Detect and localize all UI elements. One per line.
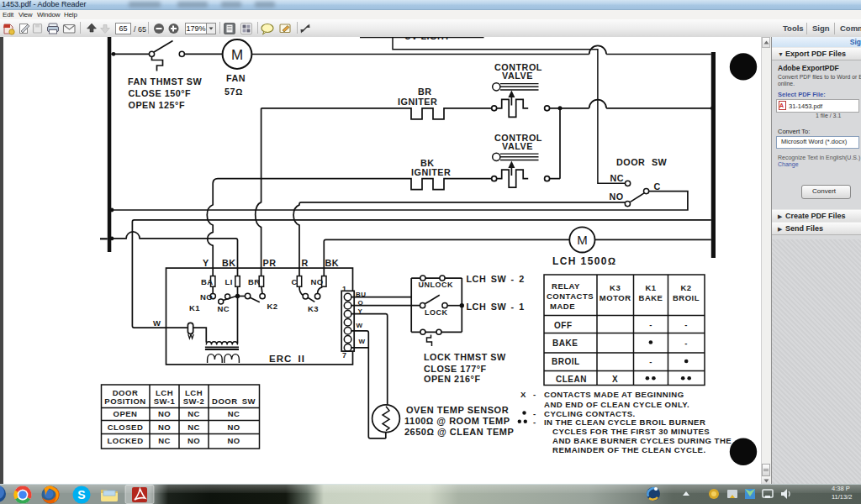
svg-text:LCH SW - 1: LCH SW - 1	[467, 302, 525, 312]
svg-text:NC: NC	[188, 409, 200, 418]
svg-text:SW-2: SW-2	[183, 396, 205, 406]
svg-text:X: X	[612, 375, 618, 384]
svg-text:UNLOCK: UNLOCK	[419, 281, 454, 289]
svg-text:DOOR SW: DOOR SW	[212, 396, 256, 406]
svg-text:BR: BR	[418, 87, 432, 97]
svg-text:NO: NO	[200, 292, 213, 302]
svg-text:-: -	[684, 320, 688, 329]
svg-text:Y: Y	[358, 307, 363, 315]
svg-text:DOOR SW: DOOR SW	[616, 157, 668, 167]
svg-text:NC: NC	[218, 304, 230, 313]
svg-text:S: S	[77, 488, 85, 501]
svg-text:C: C	[292, 277, 298, 286]
svg-text:BAKE: BAKE	[552, 339, 578, 348]
svg-text:1: 1	[342, 285, 347, 293]
svg-text:UV LIGHT: UV LIGHT	[404, 37, 450, 41]
svg-text:O: O	[358, 299, 364, 307]
svg-text:M: M	[577, 233, 588, 247]
svg-text:LCH: LCH	[156, 388, 173, 397]
svg-text:FAN: FAN	[226, 73, 246, 83]
svg-text:NC: NC	[610, 173, 625, 183]
svg-text:OVEN TEMP SENSOR: OVEN TEMP SENSOR	[406, 405, 509, 415]
svg-text:BAKE: BAKE	[639, 293, 663, 302]
svg-text:POSITION: POSITION	[104, 396, 145, 406]
svg-text:W: W	[357, 322, 363, 329]
svg-text:X: X	[520, 390, 526, 399]
svg-text:Y: Y	[203, 258, 209, 268]
svg-text:LOCK: LOCK	[425, 308, 448, 317]
svg-text:-: -	[684, 339, 688, 348]
svg-text:-: -	[649, 320, 652, 329]
svg-text:LCH 1500Ω: LCH 1500Ω	[552, 255, 617, 267]
svg-text:PR: PR	[263, 258, 277, 268]
svg-text:K3: K3	[308, 304, 319, 313]
svg-text:K2: K2	[680, 283, 691, 292]
svg-text:LOCK THMST SW: LOCK THMST SW	[424, 352, 506, 362]
svg-text:VALVE: VALVE	[502, 71, 533, 81]
svg-text:IN THE CLEAN CYCLE BROIL BURNE: IN THE CLEAN CYCLE BROIL BURNER	[544, 417, 705, 427]
svg-text:BK: BK	[325, 258, 340, 268]
svg-text:2650Ω @ CLEAN TEMP: 2650Ω @ CLEAN TEMP	[404, 427, 514, 437]
svg-text:BA: BA	[201, 277, 214, 286]
svg-text:K2: K2	[267, 302, 278, 311]
svg-text:BK: BK	[420, 158, 435, 168]
svg-text:NO: NO	[158, 409, 171, 418]
svg-text:RELAY: RELAY	[552, 281, 580, 291]
svg-text:SW-1: SW-1	[154, 396, 176, 406]
svg-text:65: 65	[119, 24, 127, 33]
svg-text:NC: NC	[188, 423, 200, 432]
svg-text:AND END OF CLEAN CYCLE ONLY.: AND END OF CLEAN CYCLE ONLY.	[544, 400, 689, 409]
svg-text:DOOR: DOOR	[113, 388, 139, 397]
svg-text:VALVE: VALVE	[502, 141, 533, 151]
svg-text:NO: NO	[227, 423, 240, 432]
svg-text:OPEN: OPEN	[114, 409, 138, 418]
svg-text:BROIL: BROIL	[673, 293, 700, 302]
svg-text:-: -	[533, 390, 536, 399]
svg-text:OPEN 125°F: OPEN 125°F	[129, 100, 186, 110]
svg-text:NO: NO	[610, 192, 624, 202]
svg-text:NO: NO	[158, 423, 171, 432]
svg-text:CONTACTS MADE AT BEGINNING: CONTACTS MADE AT BEGINNING	[544, 390, 684, 399]
svg-text:CLOSED: CLOSED	[108, 423, 144, 432]
svg-text:-: -	[649, 357, 652, 366]
svg-text:MOTOR: MOTOR	[600, 293, 631, 302]
svg-text:R: R	[302, 258, 309, 268]
svg-text:C: C	[654, 181, 661, 192]
svg-text:BR: BR	[248, 277, 261, 286]
svg-text:IGNITER: IGNITER	[398, 97, 437, 107]
svg-text:CLEAN: CLEAN	[556, 375, 587, 384]
svg-text:W: W	[359, 338, 366, 345]
svg-text:7: 7	[342, 351, 347, 360]
svg-text:BROIL: BROIL	[552, 357, 580, 366]
svg-text:A: A	[779, 102, 784, 108]
svg-text:IGNITER: IGNITER	[411, 167, 451, 177]
svg-text:BU: BU	[356, 291, 367, 298]
svg-text:1100Ω @ ROOM TEMP: 1100Ω @ ROOM TEMP	[404, 416, 510, 426]
svg-text:NC: NC	[158, 436, 171, 445]
svg-text:NC: NC	[228, 409, 240, 418]
svg-text:LCH: LCH	[185, 388, 203, 397]
svg-text:ERC II: ERC II	[269, 354, 305, 364]
svg-text:LOCKED: LOCKED	[107, 436, 143, 445]
svg-text:MADE: MADE	[550, 302, 575, 311]
svg-text:K1: K1	[189, 303, 200, 312]
svg-text:K1: K1	[645, 283, 656, 292]
svg-text:OFF: OFF	[554, 321, 573, 330]
svg-text:LI: LI	[225, 277, 233, 286]
svg-text:CONTACTS: CONTACTS	[547, 291, 594, 301]
svg-text:OPEN 216°F: OPEN 216°F	[424, 374, 481, 384]
svg-text:W: W	[153, 318, 161, 328]
svg-text:NO: NO	[188, 436, 200, 445]
svg-text:/ 65: / 65	[134, 25, 146, 34]
svg-text:K3: K3	[610, 283, 621, 292]
svg-text:FAN THMST SW: FAN THMST SW	[128, 76, 202, 87]
svg-text:REMAINDER OF THE CLEAN CYCLE.: REMAINDER OF THE CLEAN CYCLE.	[552, 445, 706, 454]
svg-text:M: M	[231, 47, 243, 63]
svg-text:AND BAKE BURNER CYCLES DURING: AND BAKE BURNER CYCLES DURING THE	[552, 436, 732, 445]
svg-text:LCH SW - 2: LCH SW - 2	[467, 274, 525, 284]
svg-text:-: -	[533, 417, 536, 427]
svg-text:CLOSE 177°F: CLOSE 177°F	[424, 364, 487, 374]
svg-text:NO: NO	[311, 277, 324, 286]
svg-text:CYCLES FOR THE FIRST 30 MINUTE: CYCLES FOR THE FIRST 30 MINUTES	[552, 427, 710, 436]
svg-text:179%: 179%	[186, 24, 205, 33]
